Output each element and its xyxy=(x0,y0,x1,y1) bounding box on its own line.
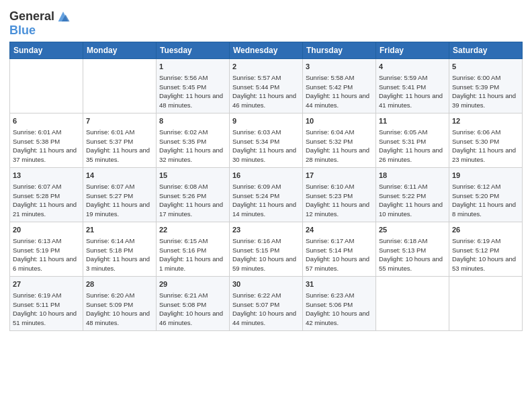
sunrise: Sunrise: 6:20 AM xyxy=(86,291,134,299)
sunset: Sunset: 5:28 PM xyxy=(13,192,60,199)
day-number: 29 xyxy=(159,279,226,290)
day-number: 26 xyxy=(452,225,519,236)
daylight: Daylight: 10 hours and 51 minutes. xyxy=(13,310,77,326)
sunset: Sunset: 5:20 PM xyxy=(452,192,499,199)
calendar-cell: 13Sunrise: 6:07 AMSunset: 5:28 PMDayligh… xyxy=(10,167,83,222)
sunset: Sunset: 5:35 PM xyxy=(159,138,206,145)
day-number: 20 xyxy=(13,225,80,236)
calendar-cell xyxy=(449,276,523,330)
calendar-week-2: 6Sunrise: 6:01 AMSunset: 5:38 PMDaylight… xyxy=(10,113,523,167)
sunset: Sunset: 5:09 PM xyxy=(86,301,133,308)
sunset: Sunset: 5:42 PM xyxy=(306,83,353,91)
weekday-header-friday: Friday xyxy=(376,42,449,58)
weekday-header-sunday: Sunday xyxy=(10,42,83,58)
calendar-cell: 26Sunrise: 6:19 AMSunset: 5:12 PMDayligh… xyxy=(449,222,523,276)
daylight: Daylight: 11 hours and 37 minutes. xyxy=(13,146,77,163)
calendar-cell: 3Sunrise: 5:58 AMSunset: 5:42 PMDaylight… xyxy=(303,58,376,113)
day-number: 27 xyxy=(13,279,80,290)
sunset: Sunset: 5:11 PM xyxy=(13,301,60,308)
sunset: Sunset: 5:22 PM xyxy=(379,192,426,199)
weekday-header-wednesday: Wednesday xyxy=(230,42,303,58)
sunrise: Sunrise: 6:14 AM xyxy=(86,237,134,244)
sunrise: Sunrise: 6:18 AM xyxy=(379,237,427,244)
weekday-header-tuesday: Tuesday xyxy=(157,42,230,58)
daylight: Daylight: 11 hours and 35 minutes. xyxy=(86,146,150,163)
sunset: Sunset: 5:34 PM xyxy=(232,138,279,145)
daylight: Daylight: 11 hours and 21 minutes. xyxy=(13,201,77,218)
daylight: Daylight: 11 hours and 12 minutes. xyxy=(306,201,369,218)
sunrise: Sunrise: 6:16 AM xyxy=(232,237,281,244)
daylight: Daylight: 10 hours and 57 minutes. xyxy=(306,255,369,272)
sunset: Sunset: 5:23 PM xyxy=(306,192,353,199)
calendar-cell: 1Sunrise: 5:56 AMSunset: 5:45 PMDaylight… xyxy=(157,58,230,113)
day-number: 1 xyxy=(159,62,226,73)
day-number: 13 xyxy=(13,171,80,181)
sunrise: Sunrise: 6:19 AM xyxy=(13,291,61,299)
sunrise: Sunrise: 6:21 AM xyxy=(159,291,208,299)
day-number: 5 xyxy=(452,62,519,73)
calendar-cell: 9Sunrise: 6:03 AMSunset: 5:34 PMDaylight… xyxy=(230,113,303,167)
calendar-cell: 31Sunrise: 6:23 AMSunset: 5:06 PMDayligh… xyxy=(303,276,376,330)
weekday-header-monday: Monday xyxy=(83,42,157,58)
daylight: Daylight: 11 hours and 41 minutes. xyxy=(379,92,443,109)
daylight: Daylight: 10 hours and 42 minutes. xyxy=(306,310,369,326)
day-number: 17 xyxy=(306,171,373,181)
day-number: 24 xyxy=(306,225,373,236)
sunset: Sunset: 5:30 PM xyxy=(452,138,499,145)
day-number: 21 xyxy=(86,225,153,236)
calendar-cell: 28Sunrise: 6:20 AMSunset: 5:09 PMDayligh… xyxy=(83,276,157,330)
day-number: 9 xyxy=(232,116,300,127)
calendar-cell: 24Sunrise: 6:17 AMSunset: 5:14 PMDayligh… xyxy=(303,222,376,276)
calendar-cell: 14Sunrise: 6:07 AMSunset: 5:27 PMDayligh… xyxy=(83,167,157,222)
calendar-cell: 21Sunrise: 6:14 AMSunset: 5:18 PMDayligh… xyxy=(83,222,157,276)
sunset: Sunset: 5:12 PM xyxy=(452,246,499,254)
daylight: Daylight: 11 hours and 1 minute. xyxy=(159,255,223,272)
daylight: Daylight: 11 hours and 3 minutes. xyxy=(86,255,150,272)
sunrise: Sunrise: 6:03 AM xyxy=(232,128,281,136)
sunrise: Sunrise: 6:05 AM xyxy=(379,128,427,136)
calendar-cell: 11Sunrise: 6:05 AMSunset: 5:31 PMDayligh… xyxy=(376,113,449,167)
sunset: Sunset: 5:08 PM xyxy=(159,301,206,308)
day-number: 11 xyxy=(379,116,446,127)
daylight: Daylight: 11 hours and 39 minutes. xyxy=(452,92,516,109)
day-number: 14 xyxy=(86,171,153,181)
calendar-cell: 15Sunrise: 6:08 AMSunset: 5:26 PMDayligh… xyxy=(157,167,230,222)
sunrise: Sunrise: 5:58 AM xyxy=(306,74,354,81)
daylight: Daylight: 11 hours and 30 minutes. xyxy=(232,146,296,163)
day-number: 23 xyxy=(232,225,300,236)
sunset: Sunset: 5:24 PM xyxy=(232,192,279,199)
calendar-week-1: 1Sunrise: 5:56 AMSunset: 5:45 PMDaylight… xyxy=(10,58,523,113)
sunrise: Sunrise: 6:15 AM xyxy=(159,237,208,244)
calendar-cell: 20Sunrise: 6:13 AMSunset: 5:19 PMDayligh… xyxy=(10,222,83,276)
sunset: Sunset: 5:14 PM xyxy=(306,246,353,254)
sunset: Sunset: 5:45 PM xyxy=(159,83,206,91)
sunrise: Sunrise: 6:08 AM xyxy=(159,183,208,190)
sunrise: Sunrise: 6:06 AM xyxy=(452,128,500,136)
sunrise: Sunrise: 6:07 AM xyxy=(13,183,61,190)
calendar-cell xyxy=(83,58,157,113)
day-number: 18 xyxy=(379,171,446,181)
calendar-cell: 16Sunrise: 6:09 AMSunset: 5:24 PMDayligh… xyxy=(230,167,303,222)
day-number: 25 xyxy=(379,225,446,236)
sunset: Sunset: 5:16 PM xyxy=(159,246,206,254)
day-number: 15 xyxy=(159,171,226,181)
sunset: Sunset: 5:19 PM xyxy=(13,246,60,254)
daylight: Daylight: 11 hours and 8 minutes. xyxy=(452,201,516,218)
calendar-week-4: 20Sunrise: 6:13 AMSunset: 5:19 PMDayligh… xyxy=(10,222,523,276)
daylight: Daylight: 10 hours and 59 minutes. xyxy=(232,255,296,272)
sunrise: Sunrise: 5:59 AM xyxy=(379,74,427,81)
calendar-table: SundayMondayTuesdayWednesdayThursdayFrid… xyxy=(9,42,523,331)
sunrise: Sunrise: 6:09 AM xyxy=(232,183,281,190)
weekday-header-saturday: Saturday xyxy=(449,42,523,58)
daylight: Daylight: 11 hours and 48 minutes. xyxy=(159,92,223,109)
sunset: Sunset: 5:31 PM xyxy=(379,138,426,145)
sunrise: Sunrise: 6:01 AM xyxy=(13,128,61,136)
daylight: Daylight: 11 hours and 14 minutes. xyxy=(232,201,296,218)
day-number: 16 xyxy=(232,171,300,181)
day-number: 19 xyxy=(452,171,519,181)
calendar-cell: 22Sunrise: 6:15 AMSunset: 5:16 PMDayligh… xyxy=(157,222,230,276)
logo-icon xyxy=(56,9,71,24)
daylight: Daylight: 11 hours and 46 minutes. xyxy=(232,92,296,109)
sunrise: Sunrise: 5:56 AM xyxy=(159,74,208,81)
calendar-container: General Blue SundayMondayTuesdayWednesda… xyxy=(0,0,532,340)
